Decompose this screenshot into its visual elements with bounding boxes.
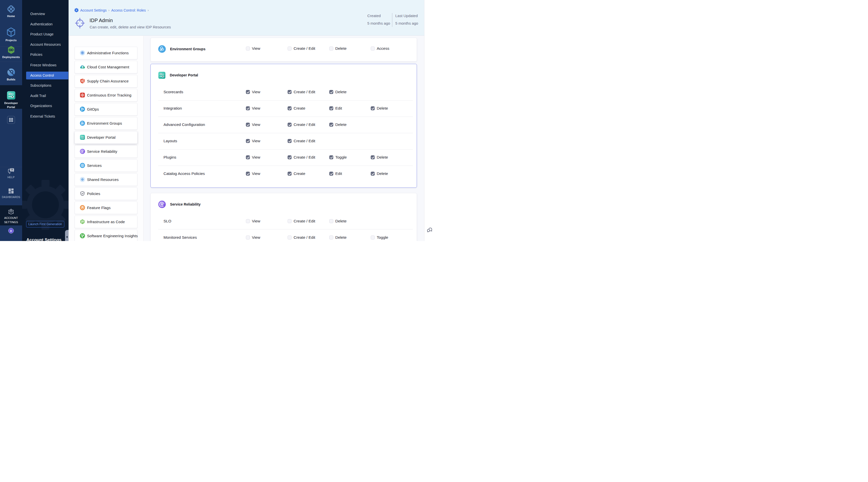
svg-text:?: ? [11,169,12,171]
svg-text:$: $ [82,66,83,68]
